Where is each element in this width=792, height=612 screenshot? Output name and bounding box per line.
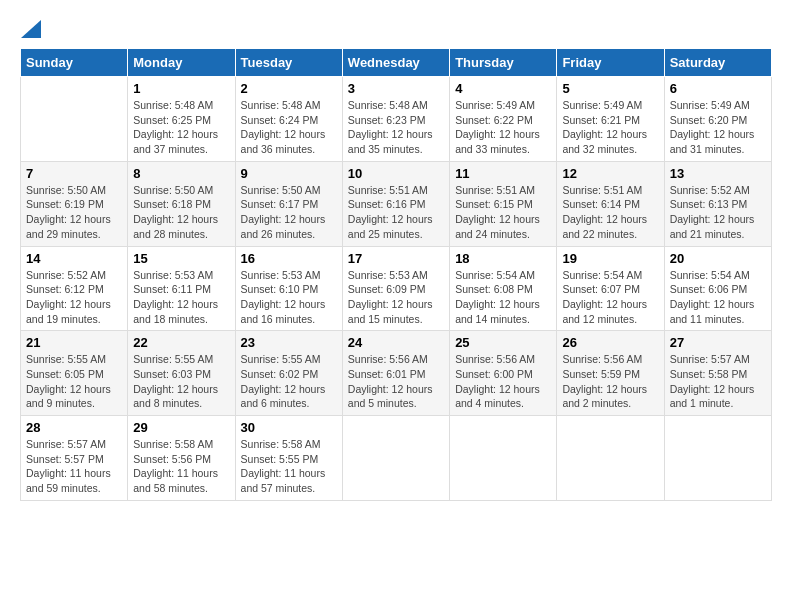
header-sunday: Sunday [21, 49, 128, 77]
calendar-cell: 11Sunrise: 5:51 AM Sunset: 6:15 PM Dayli… [450, 161, 557, 246]
logo-icon [21, 20, 41, 38]
day-number: 1 [133, 81, 229, 96]
day-info: Sunrise: 5:54 AM Sunset: 6:08 PM Dayligh… [455, 268, 551, 327]
header-thursday: Thursday [450, 49, 557, 77]
day-info: Sunrise: 5:53 AM Sunset: 6:11 PM Dayligh… [133, 268, 229, 327]
day-number: 10 [348, 166, 444, 181]
calendar-cell: 21Sunrise: 5:55 AM Sunset: 6:05 PM Dayli… [21, 331, 128, 416]
calendar-cell [342, 416, 449, 501]
calendar-cell: 23Sunrise: 5:55 AM Sunset: 6:02 PM Dayli… [235, 331, 342, 416]
header-tuesday: Tuesday [235, 49, 342, 77]
calendar-cell [557, 416, 664, 501]
day-info: Sunrise: 5:56 AM Sunset: 5:59 PM Dayligh… [562, 352, 658, 411]
day-number: 23 [241, 335, 337, 350]
day-info: Sunrise: 5:50 AM Sunset: 6:17 PM Dayligh… [241, 183, 337, 242]
day-info: Sunrise: 5:56 AM Sunset: 6:00 PM Dayligh… [455, 352, 551, 411]
day-info: Sunrise: 5:50 AM Sunset: 6:19 PM Dayligh… [26, 183, 122, 242]
calendar-cell: 19Sunrise: 5:54 AM Sunset: 6:07 PM Dayli… [557, 246, 664, 331]
day-info: Sunrise: 5:49 AM Sunset: 6:20 PM Dayligh… [670, 98, 766, 157]
day-number: 8 [133, 166, 229, 181]
calendar-cell: 28Sunrise: 5:57 AM Sunset: 5:57 PM Dayli… [21, 416, 128, 501]
calendar-cell: 27Sunrise: 5:57 AM Sunset: 5:58 PM Dayli… [664, 331, 771, 416]
day-number: 14 [26, 251, 122, 266]
day-info: Sunrise: 5:52 AM Sunset: 6:13 PM Dayligh… [670, 183, 766, 242]
calendar-cell: 12Sunrise: 5:51 AM Sunset: 6:14 PM Dayli… [557, 161, 664, 246]
calendar-week-row: 21Sunrise: 5:55 AM Sunset: 6:05 PM Dayli… [21, 331, 772, 416]
calendar-cell: 22Sunrise: 5:55 AM Sunset: 6:03 PM Dayli… [128, 331, 235, 416]
day-info: Sunrise: 5:49 AM Sunset: 6:21 PM Dayligh… [562, 98, 658, 157]
day-info: Sunrise: 5:51 AM Sunset: 6:15 PM Dayligh… [455, 183, 551, 242]
calendar-cell: 8Sunrise: 5:50 AM Sunset: 6:18 PM Daylig… [128, 161, 235, 246]
day-number: 30 [241, 420, 337, 435]
calendar-cell: 7Sunrise: 5:50 AM Sunset: 6:19 PM Daylig… [21, 161, 128, 246]
day-number: 21 [26, 335, 122, 350]
calendar-cell [450, 416, 557, 501]
day-number: 22 [133, 335, 229, 350]
header-saturday: Saturday [664, 49, 771, 77]
calendar-cell: 4Sunrise: 5:49 AM Sunset: 6:22 PM Daylig… [450, 77, 557, 162]
calendar-cell: 10Sunrise: 5:51 AM Sunset: 6:16 PM Dayli… [342, 161, 449, 246]
day-number: 6 [670, 81, 766, 96]
day-info: Sunrise: 5:53 AM Sunset: 6:10 PM Dayligh… [241, 268, 337, 327]
day-number: 11 [455, 166, 551, 181]
calendar-cell: 20Sunrise: 5:54 AM Sunset: 6:06 PM Dayli… [664, 246, 771, 331]
day-number: 18 [455, 251, 551, 266]
day-number: 9 [241, 166, 337, 181]
day-number: 17 [348, 251, 444, 266]
day-info: Sunrise: 5:55 AM Sunset: 6:02 PM Dayligh… [241, 352, 337, 411]
day-info: Sunrise: 5:48 AM Sunset: 6:24 PM Dayligh… [241, 98, 337, 157]
day-info: Sunrise: 5:57 AM Sunset: 5:58 PM Dayligh… [670, 352, 766, 411]
page-header [20, 20, 772, 38]
calendar-cell: 29Sunrise: 5:58 AM Sunset: 5:56 PM Dayli… [128, 416, 235, 501]
day-info: Sunrise: 5:49 AM Sunset: 6:22 PM Dayligh… [455, 98, 551, 157]
day-number: 28 [26, 420, 122, 435]
day-number: 12 [562, 166, 658, 181]
day-info: Sunrise: 5:55 AM Sunset: 6:05 PM Dayligh… [26, 352, 122, 411]
day-number: 13 [670, 166, 766, 181]
day-info: Sunrise: 5:58 AM Sunset: 5:55 PM Dayligh… [241, 437, 337, 496]
day-info: Sunrise: 5:54 AM Sunset: 6:06 PM Dayligh… [670, 268, 766, 327]
day-number: 29 [133, 420, 229, 435]
calendar-cell: 24Sunrise: 5:56 AM Sunset: 6:01 PM Dayli… [342, 331, 449, 416]
calendar-cell: 2Sunrise: 5:48 AM Sunset: 6:24 PM Daylig… [235, 77, 342, 162]
calendar-body: 1Sunrise: 5:48 AM Sunset: 6:25 PM Daylig… [21, 77, 772, 501]
day-info: Sunrise: 5:51 AM Sunset: 6:14 PM Dayligh… [562, 183, 658, 242]
day-number: 25 [455, 335, 551, 350]
day-info: Sunrise: 5:52 AM Sunset: 6:12 PM Dayligh… [26, 268, 122, 327]
calendar-cell: 15Sunrise: 5:53 AM Sunset: 6:11 PM Dayli… [128, 246, 235, 331]
calendar-cell: 18Sunrise: 5:54 AM Sunset: 6:08 PM Dayli… [450, 246, 557, 331]
day-info: Sunrise: 5:48 AM Sunset: 6:25 PM Dayligh… [133, 98, 229, 157]
day-number: 7 [26, 166, 122, 181]
day-number: 24 [348, 335, 444, 350]
logo [20, 20, 41, 38]
header-friday: Friday [557, 49, 664, 77]
day-info: Sunrise: 5:50 AM Sunset: 6:18 PM Dayligh… [133, 183, 229, 242]
calendar-cell: 30Sunrise: 5:58 AM Sunset: 5:55 PM Dayli… [235, 416, 342, 501]
calendar-cell [21, 77, 128, 162]
calendar-cell: 9Sunrise: 5:50 AM Sunset: 6:17 PM Daylig… [235, 161, 342, 246]
day-number: 27 [670, 335, 766, 350]
calendar-cell: 17Sunrise: 5:53 AM Sunset: 6:09 PM Dayli… [342, 246, 449, 331]
day-info: Sunrise: 5:54 AM Sunset: 6:07 PM Dayligh… [562, 268, 658, 327]
day-number: 16 [241, 251, 337, 266]
svg-marker-0 [21, 20, 41, 38]
day-number: 4 [455, 81, 551, 96]
day-info: Sunrise: 5:56 AM Sunset: 6:01 PM Dayligh… [348, 352, 444, 411]
day-info: Sunrise: 5:55 AM Sunset: 6:03 PM Dayligh… [133, 352, 229, 411]
calendar-cell: 6Sunrise: 5:49 AM Sunset: 6:20 PM Daylig… [664, 77, 771, 162]
day-number: 15 [133, 251, 229, 266]
calendar-week-row: 14Sunrise: 5:52 AM Sunset: 6:12 PM Dayli… [21, 246, 772, 331]
calendar-header-row: Sunday Monday Tuesday Wednesday Thursday… [21, 49, 772, 77]
day-number: 26 [562, 335, 658, 350]
day-info: Sunrise: 5:51 AM Sunset: 6:16 PM Dayligh… [348, 183, 444, 242]
calendar-cell: 1Sunrise: 5:48 AM Sunset: 6:25 PM Daylig… [128, 77, 235, 162]
day-info: Sunrise: 5:58 AM Sunset: 5:56 PM Dayligh… [133, 437, 229, 496]
day-info: Sunrise: 5:53 AM Sunset: 6:09 PM Dayligh… [348, 268, 444, 327]
header-monday: Monday [128, 49, 235, 77]
day-number: 5 [562, 81, 658, 96]
header-wednesday: Wednesday [342, 49, 449, 77]
calendar-cell: 25Sunrise: 5:56 AM Sunset: 6:00 PM Dayli… [450, 331, 557, 416]
day-number: 3 [348, 81, 444, 96]
day-number: 19 [562, 251, 658, 266]
calendar-table: Sunday Monday Tuesday Wednesday Thursday… [20, 48, 772, 501]
